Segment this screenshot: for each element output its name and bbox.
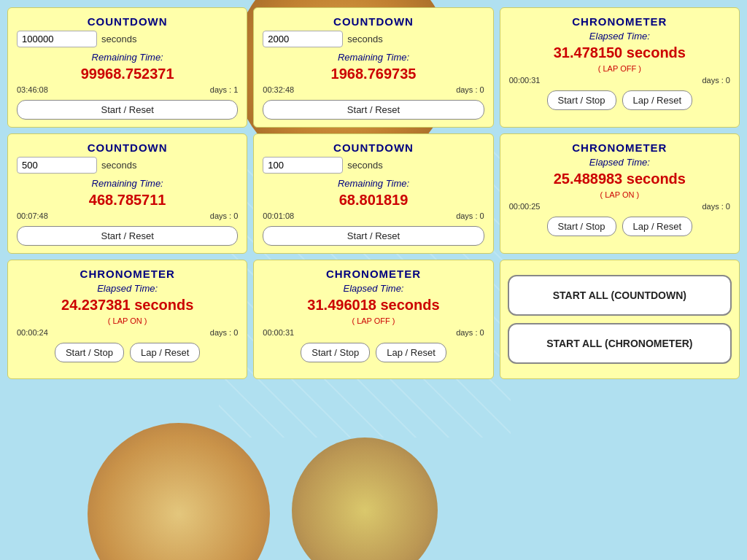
remaining-label: Remaining Time: (17, 52, 238, 63)
seconds-input[interactable] (17, 157, 97, 174)
start-stop-button[interactable]: Start / Stop (301, 343, 370, 362)
start-reset-button[interactable]: Start / Reset (263, 226, 484, 246)
days-label: days : 0 (702, 202, 730, 211)
time-elapsed: 00:00:31 (263, 328, 294, 337)
time-left: 03:46:08 (17, 85, 48, 94)
days-label: days : 0 (210, 328, 239, 337)
chrono-widget-chrono3: CHRONOMETER Elapsed Time: 24.237381 seco… (7, 260, 247, 379)
time-left: 00:07:48 (17, 211, 48, 220)
seconds-label: seconds (101, 160, 136, 171)
remaining-value: 68.801819 (263, 192, 484, 209)
chrono-widget-chrono1: CHRONOMETER Elapsed Time: 31.478150 seco… (500, 7, 740, 128)
days-label: days : 0 (456, 85, 484, 94)
remaining-label: Remaining Time: (263, 52, 484, 63)
elapsed-label: Elapsed Time: (17, 283, 238, 294)
countdown-widget-countdown1: COUNTDOWN seconds Remaining Time: 99968.… (7, 7, 247, 128)
elapsed-label: Elapsed Time: (509, 31, 730, 42)
time-row: 00:07:48 days : 0 (17, 211, 238, 220)
days-label: days : 0 (456, 328, 484, 337)
time-elapsed: 00:00:25 (509, 202, 541, 211)
start-stop-button[interactable]: Start / Stop (55, 343, 124, 362)
time-row: 00:00:31 days : 0 (509, 76, 730, 85)
time-row: 00:00:24 days : 0 (17, 328, 238, 337)
widget-title: CHRONOMETER (509, 141, 730, 154)
button-row: Start / Reset (17, 226, 238, 246)
button-row: Start / Reset (263, 100, 484, 120)
widget-title: CHRONOMETER (263, 268, 484, 280)
input-row: seconds (17, 157, 238, 174)
lap-status: ( LAP OFF ) (263, 316, 484, 325)
remaining-label: Remaining Time: (17, 178, 238, 189)
seconds-input[interactable] (263, 157, 343, 174)
countdown-widget-countdown2: COUNTDOWN seconds Remaining Time: 1968.7… (253, 7, 493, 128)
input-row: seconds (17, 31, 238, 47)
time-row: 00:01:08 days : 0 (263, 211, 484, 220)
elapsed-label: Elapsed Time: (263, 283, 484, 294)
widget-title: COUNTDOWN (17, 15, 238, 28)
lap-status: ( LAP ON ) (17, 316, 238, 325)
start-reset-button[interactable]: Start / Reset (17, 100, 238, 120)
elapsed-value: 31.478150 seconds (509, 44, 730, 61)
input-row: seconds (263, 157, 484, 174)
countdown-widget-countdown3: COUNTDOWN seconds Remaining Time: 468.78… (7, 133, 247, 254)
lap-reset-button[interactable]: Lap / Reset (622, 217, 693, 236)
time-row: 03:46:08 days : 1 (17, 85, 238, 94)
button-row: Start / Reset (17, 100, 238, 120)
time-row: 00:32:48 days : 0 (263, 85, 484, 94)
lap-status: ( LAP OFF ) (509, 64, 730, 73)
widget-title: COUNTDOWN (263, 15, 484, 28)
widget-title: COUNTDOWN (17, 141, 238, 154)
lap-reset-button[interactable]: Lap / Reset (622, 90, 693, 110)
countdown-widget-countdown4: COUNTDOWN seconds Remaining Time: 68.801… (253, 133, 493, 254)
remaining-value: 468.785711 (17, 192, 238, 209)
button-row: Start / Stop Lap / Reset (263, 343, 484, 362)
seconds-label: seconds (347, 160, 382, 171)
button-row: Start / Reset (263, 226, 484, 246)
seconds-label: seconds (101, 34, 136, 44)
chrono-widget-chrono2: CHRONOMETER Elapsed Time: 25.488983 seco… (500, 133, 740, 254)
widget-title: CHRONOMETER (17, 268, 238, 280)
input-row: seconds (263, 31, 484, 47)
start-all-area: START ALL (COUNTDOWN) START ALL (CHRONOM… (500, 260, 740, 379)
time-left: 00:32:48 (263, 85, 294, 94)
elapsed-value: 31.496018 seconds (263, 297, 484, 314)
widget-title: COUNTDOWN (263, 141, 484, 154)
time-elapsed: 00:00:24 (17, 328, 48, 337)
days-label: days : 1 (210, 85, 239, 94)
remaining-value: 99968.752371 (17, 66, 238, 82)
widget-title: CHRONOMETER (509, 15, 730, 28)
days-label: days : 0 (210, 211, 239, 220)
time-row: 00:00:31 days : 0 (263, 328, 484, 337)
remaining-value: 1968.769735 (263, 66, 484, 82)
seconds-label: seconds (347, 34, 382, 44)
lap-status: ( LAP ON ) (509, 190, 730, 199)
button-row: Start / Stop Lap / Reset (509, 90, 730, 110)
start-reset-button[interactable]: Start / Reset (263, 100, 484, 120)
time-row: 00:00:25 days : 0 (509, 202, 730, 211)
days-label: days : 0 (702, 76, 730, 85)
seconds-input[interactable] (17, 31, 97, 47)
lap-reset-button[interactable]: Lap / Reset (130, 343, 201, 362)
start-reset-button[interactable]: Start / Reset (17, 226, 238, 246)
remaining-label: Remaining Time: (263, 178, 484, 189)
start-all-countdown-button[interactable]: START ALL (COUNTDOWN) (508, 275, 732, 316)
start-all-chronometer-button[interactable]: START ALL (CHRONOMETER) (508, 323, 732, 364)
seconds-input[interactable] (263, 31, 343, 47)
start-stop-button[interactable]: Start / Stop (547, 217, 616, 236)
start-stop-button[interactable]: Start / Stop (547, 90, 616, 110)
lap-reset-button[interactable]: Lap / Reset (376, 343, 446, 362)
time-left: 00:01:08 (263, 211, 294, 220)
time-elapsed: 00:00:31 (509, 76, 541, 85)
chrono-widget-chrono4: CHRONOMETER Elapsed Time: 31.496018 seco… (253, 260, 493, 379)
days-label: days : 0 (456, 211, 484, 220)
button-row: Start / Stop Lap / Reset (17, 343, 238, 362)
elapsed-value: 25.488983 seconds (509, 171, 730, 187)
elapsed-value: 24.237381 seconds (17, 297, 238, 314)
elapsed-label: Elapsed Time: (509, 157, 730, 168)
button-row: Start / Stop Lap / Reset (509, 217, 730, 236)
